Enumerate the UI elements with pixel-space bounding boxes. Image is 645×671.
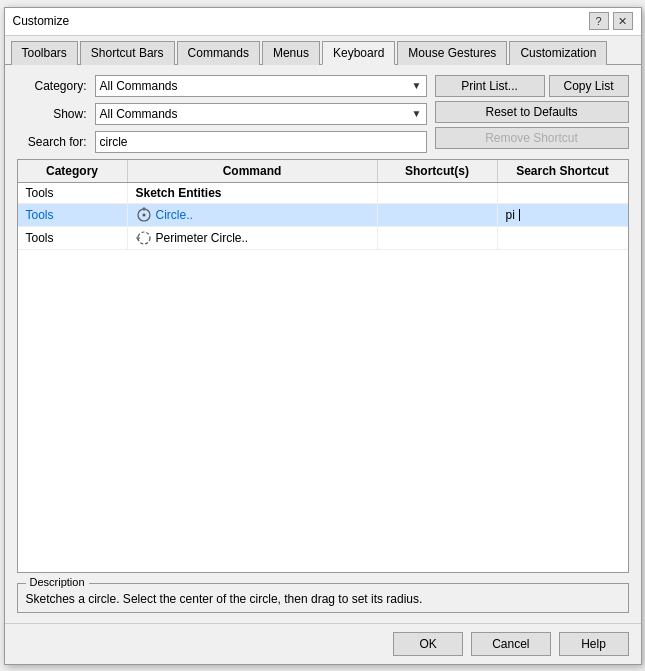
search-label: Search for: [17, 135, 87, 149]
row2-search-shortcut [498, 227, 628, 249]
tab-commands[interactable]: Commands [177, 41, 260, 65]
row1-shortcut [378, 204, 498, 226]
form-rows: Category: All Commands ▼ Show: All Comma… [17, 75, 427, 153]
svg-point-1 [142, 213, 145, 216]
description-section: Description Sketches a circle. Select th… [17, 583, 629, 613]
perimeter-circle-icon [136, 230, 152, 246]
row2-command: Perimeter Circle.. [128, 227, 378, 249]
row1-command: Circle.. [128, 204, 378, 226]
header-search-shortcut: Search Shortcut [498, 160, 628, 182]
right-buttons: Print List... Copy List Reset to Default… [435, 75, 629, 153]
tab-customization[interactable]: Customization [509, 41, 607, 65]
category-combo[interactable]: All Commands ▼ [95, 75, 427, 97]
table-row[interactable]: Tools Perimeter Circle.. [18, 227, 628, 250]
footer: OK Cancel Help [5, 623, 641, 664]
table-row[interactable]: Tools Circle.. pi [18, 204, 628, 227]
show-combo[interactable]: All Commands ▼ [95, 103, 427, 125]
row1-category: Tools [18, 204, 128, 226]
customize-dialog: Customize ? ✕ Toolbars Shortcut Bars Com… [4, 7, 642, 665]
cancel-button[interactable]: Cancel [471, 632, 550, 656]
row0-command: Sketch Entities [128, 183, 378, 203]
reset-to-defaults-button[interactable]: Reset to Defaults [435, 101, 629, 123]
header-command: Command [128, 160, 378, 182]
print-list-button[interactable]: Print List... [435, 75, 545, 97]
command-table: Category Command Shortcut(s) Search Shor… [17, 159, 629, 573]
category-label: Category: [17, 79, 87, 93]
description-text: Sketches a circle. Select the center of … [18, 584, 628, 612]
table-body: Tools Sketch Entities Tools [18, 183, 628, 572]
row0-category: Tools [18, 183, 128, 203]
search-input[interactable] [95, 131, 427, 153]
circle-icon [136, 207, 152, 223]
row0-search-shortcut [498, 183, 628, 203]
svg-point-4 [136, 236, 138, 238]
text-cursor [519, 209, 520, 221]
tab-menus[interactable]: Menus [262, 41, 320, 65]
header-category: Category [18, 160, 128, 182]
content-area: Category: All Commands ▼ Show: All Comma… [5, 65, 641, 623]
row2-category: Tools [18, 227, 128, 249]
help-title-button[interactable]: ? [589, 12, 609, 30]
title-buttons: ? ✕ [589, 12, 633, 30]
remove-shortcut-button[interactable]: Remove Shortcut [435, 127, 629, 149]
tab-toolbars[interactable]: Toolbars [11, 41, 78, 65]
tab-bar: Toolbars Shortcut Bars Commands Menus Ke… [5, 36, 641, 65]
table-header: Category Command Shortcut(s) Search Shor… [18, 160, 628, 183]
tab-shortcut-bars[interactable]: Shortcut Bars [80, 41, 175, 65]
top-section: Category: All Commands ▼ Show: All Comma… [17, 75, 629, 153]
category-value: All Commands [100, 79, 178, 93]
copy-list-button[interactable]: Copy List [549, 75, 629, 97]
show-row: Show: All Commands ▼ [17, 103, 427, 125]
table-row[interactable]: Tools Sketch Entities [18, 183, 628, 204]
show-label: Show: [17, 107, 87, 121]
row0-shortcut [378, 183, 498, 203]
row2-shortcut [378, 227, 498, 249]
row1-search-shortcut[interactable]: pi [498, 204, 628, 226]
title-bar: Customize ? ✕ [5, 8, 641, 36]
show-value: All Commands [100, 107, 178, 121]
svg-point-3 [138, 232, 150, 244]
show-arrow-icon: ▼ [412, 108, 422, 119]
description-label: Description [26, 576, 89, 588]
dialog-title: Customize [13, 14, 70, 28]
category-arrow-icon: ▼ [412, 80, 422, 91]
category-row: Category: All Commands ▼ [17, 75, 427, 97]
search-row: Search for: [17, 131, 427, 153]
close-button[interactable]: ✕ [613, 12, 633, 30]
tab-keyboard[interactable]: Keyboard [322, 41, 395, 65]
header-shortcut: Shortcut(s) [378, 160, 498, 182]
ok-button[interactable]: OK [393, 632, 463, 656]
tab-mouse-gestures[interactable]: Mouse Gestures [397, 41, 507, 65]
help-button[interactable]: Help [559, 632, 629, 656]
